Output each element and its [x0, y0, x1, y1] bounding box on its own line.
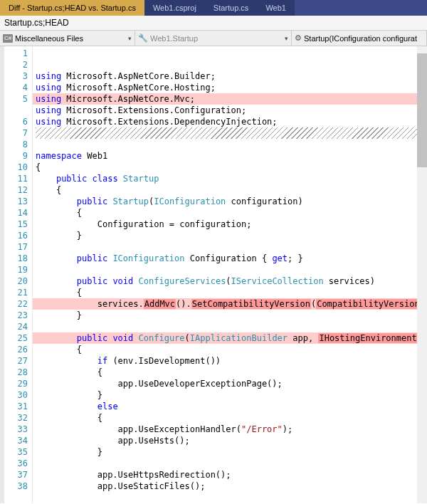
line-number: 4 [4, 82, 32, 93]
code-line[interactable]: { [33, 184, 427, 196]
code-line[interactable]: using Microsoft.Extensions.DependencyInj… [33, 116, 427, 127]
code-line[interactable]: public class Startup [33, 173, 427, 184]
document-subtitle: Startup.cs;HEAD [0, 16, 427, 31]
document-tab[interactable]: Web1.csproj [144, 0, 205, 16]
wrench-icon: ⚙ [295, 33, 302, 43]
code-editor[interactable]: 1234567891011121314151617181920212223242… [0, 46, 427, 503]
wrench-icon: 🔧 [138, 33, 148, 43]
code-line[interactable]: app.UseHttpsRedirection(); [33, 469, 427, 481]
line-number: 14 [4, 207, 32, 219]
code-line[interactable]: namespace Web1 [33, 150, 427, 162]
code-line[interactable]: { [33, 207, 427, 219]
line-number: 16 [4, 230, 32, 241]
code-line[interactable] [33, 492, 427, 503]
line-number: 37 [4, 469, 32, 481]
code-line[interactable]: Configuration = configuration; [33, 219, 427, 230]
code-line[interactable]: app.UseStaticFiles(); [33, 481, 427, 492]
line-number: 28 [4, 367, 32, 378]
code-line[interactable]: using Microsoft.Extensions.Configuration… [33, 105, 427, 116]
code-line[interactable]: public IConfiguration Configuration { ge… [33, 253, 427, 264]
code-line[interactable]: using Microsoft.AspNetCore.Hosting; [33, 82, 427, 93]
chevron-down-icon: ▾ [128, 35, 132, 42]
code-line[interactable]: using Microsoft.AspNetCore.Builder; [33, 70, 427, 82]
breadcrumb-project-label: Miscellaneous Files [15, 34, 83, 43]
code-line[interactable]: { [33, 412, 427, 424]
code-line[interactable] [33, 321, 427, 332]
line-number: 21 [4, 287, 32, 298]
line-number: 25 [4, 332, 32, 344]
line-number: 35 [4, 446, 32, 458]
line-number: 2 [4, 59, 32, 70]
line-number: 34 [4, 435, 32, 446]
line-number [4, 492, 32, 504]
code-line[interactable] [33, 264, 427, 275]
breadcrumb-bar: C# Miscellaneous Files ▾ 🔧 Web1.Startup … [0, 31, 427, 46]
code-line[interactable]: using Microsoft.AspNetCore.Mvc; [33, 93, 427, 105]
document-tab[interactable]: Startup.cs [205, 0, 258, 16]
line-number: 22 [4, 298, 32, 310]
line-number: 27 [4, 355, 32, 367]
code-line[interactable]: } [33, 389, 427, 401]
code-area[interactable]: using Microsoft.AspNetCore.Builder;using… [33, 46, 427, 503]
line-number: 11 [4, 173, 32, 184]
breadcrumb-class-label: Web1.Startup [150, 34, 198, 43]
chevron-down-icon: ▾ [285, 35, 288, 42]
line-number: 26 [4, 344, 32, 355]
code-line[interactable]: { [33, 287, 427, 298]
breadcrumb-member-label: Startup(IConfiguration configurat [304, 34, 417, 43]
line-number: 5 [4, 93, 32, 105]
line-number: 12 [4, 184, 32, 196]
line-number: 32 [4, 412, 32, 424]
diff-gap-indicator [36, 127, 427, 139]
line-number: 13 [4, 196, 32, 207]
code-line[interactable]: public Startup(IConfiguration configurat… [33, 196, 427, 207]
code-line[interactable]: app.UseHsts(); [33, 435, 427, 446]
line-number: 8 [4, 139, 32, 150]
line-number: 10 [4, 162, 32, 173]
scrollbar-thumb[interactable] [417, 53, 427, 167]
code-line[interactable]: app.UseDeveloperExceptionPage(); [33, 378, 427, 389]
line-number: 6 [4, 116, 32, 127]
code-line[interactable]: } [33, 230, 427, 241]
code-line[interactable]: { [33, 367, 427, 378]
code-line[interactable]: public void ConfigureServices(IServiceCo… [33, 275, 427, 287]
code-line[interactable]: app.UseExceptionHandler("/Error"); [33, 424, 427, 435]
line-number: 30 [4, 389, 32, 401]
line-number: 20 [4, 275, 32, 287]
line-number: 3 [4, 70, 32, 82]
line-number: 9 [4, 150, 32, 162]
code-line[interactable]: } [33, 310, 427, 321]
line-number: 29 [4, 378, 32, 389]
line-number: 7 [4, 127, 32, 139]
document-tab[interactable]: Diff - Startup.cs;HEAD vs. Startup.cs [0, 0, 144, 16]
code-line[interactable]: services.AddMvc().SetCompatibilityVersio… [33, 298, 427, 310]
line-number: 23 [4, 310, 32, 321]
code-line[interactable] [33, 241, 427, 253]
code-line[interactable]: } [33, 446, 427, 458]
breadcrumb-project[interactable]: C# Miscellaneous Files ▾ [0, 31, 135, 46]
line-number: 17 [4, 241, 32, 253]
line-number: 15 [4, 219, 32, 230]
line-number: 24 [4, 321, 32, 332]
line-number-gutter: 1234567891011121314151617181920212223242… [4, 46, 33, 503]
line-number: 38 [4, 481, 32, 492]
csharp-icon: C# [3, 34, 13, 43]
line-number [4, 105, 32, 116]
code-line[interactable] [33, 139, 427, 150]
breadcrumb-member[interactable]: ⚙ Startup(IConfiguration configurat [292, 31, 427, 46]
line-number: 19 [4, 264, 32, 275]
code-line[interactable]: public void Configure(IApplicationBuilde… [33, 332, 427, 344]
code-line[interactable]: { [33, 344, 427, 355]
line-number: 18 [4, 253, 32, 264]
line-number: 31 [4, 401, 32, 412]
line-number: 36 [4, 458, 32, 469]
code-line[interactable]: if (env.IsDevelopment()) [33, 355, 427, 367]
line-number: 33 [4, 424, 32, 435]
code-line[interactable]: { [33, 162, 427, 173]
breadcrumb-class[interactable]: 🔧 Web1.Startup ▾ [135, 31, 292, 46]
code-line[interactable]: else [33, 401, 427, 412]
code-line[interactable] [33, 458, 427, 469]
vertical-scrollbar[interactable] [417, 46, 427, 503]
tab-bar: Diff - Startup.cs;HEAD vs. Startup.csWeb… [0, 0, 427, 16]
document-tab[interactable]: Web1 [257, 0, 295, 16]
